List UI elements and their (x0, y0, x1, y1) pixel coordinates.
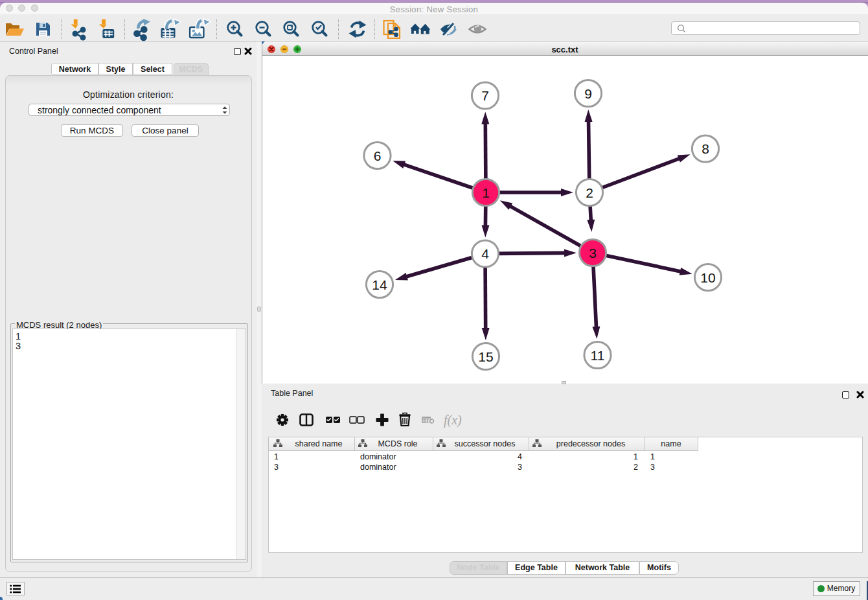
svg-text:7: 7 (481, 88, 489, 103)
svg-text:3: 3 (589, 246, 597, 260)
svg-text:6: 6 (374, 148, 382, 163)
svg-text:14: 14 (372, 277, 387, 292)
svg-text:11: 11 (591, 348, 605, 363)
svg-text:f(x): f(x) (444, 413, 462, 428)
svg-text:9: 9 (584, 86, 592, 101)
svg-text:15: 15 (478, 349, 493, 364)
svg-text:8: 8 (702, 141, 709, 156)
svg-text:2: 2 (586, 185, 593, 200)
svg-text:4: 4 (481, 246, 489, 261)
svg-text:10: 10 (700, 270, 715, 285)
svg-text:1: 1 (482, 185, 490, 200)
